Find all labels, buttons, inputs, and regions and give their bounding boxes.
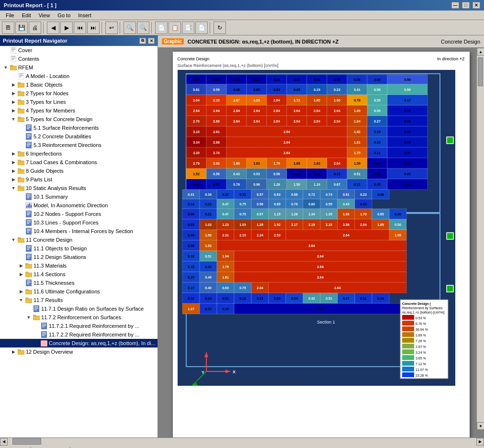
maximize-button[interactable]: □: [462, 2, 470, 9]
sidebar-item-11-3[interactable]: ▶11.3 Materials: [0, 261, 158, 270]
minimize-button[interactable]: —: [451, 2, 459, 9]
sidebar-item-11-7-1[interactable]: 11.7.1 Design Ratio on Surfaces by Surfa…: [0, 304, 158, 313]
sidebar-item-cover[interactable]: Cover: [0, 46, 158, 55]
page-view[interactable]: Concrete Design In direction +Z Surface …: [158, 48, 484, 437]
menu-view[interactable]: View: [35, 11, 54, 19]
tree-label-5-concrete: 5 Types for Concrete Design: [26, 116, 92, 122]
toolbar-save[interactable]: 💾: [15, 22, 28, 34]
sidebar-item-10-static[interactable]: ▼10 Static Analysis Results: [0, 184, 158, 192]
svg-rect-9: [10, 65, 13, 67]
toolbar-new[interactable]: 🖹: [2, 22, 14, 34]
tree-expand-12-design[interactable]: ▶: [10, 347, 17, 356]
menu-edit[interactable]: Edit: [18, 11, 35, 19]
toolbar-next[interactable]: ▶: [60, 22, 73, 34]
vertical-scrollbar[interactable]: ▲ ▼: [476, 48, 484, 430]
tree-expand-11-7[interactable]: ▼: [17, 296, 25, 304]
sidebar-item-11-concrete[interactable]: ▼11 Concrete Design: [0, 235, 158, 244]
tree-expand-5-concrete[interactable]: ▼: [10, 115, 17, 123]
tree-expand-6-imperf[interactable]: ▶: [10, 149, 17, 158]
sidebar-item-6-imperf[interactable]: ▶6 Imperfections: [0, 149, 158, 158]
sidebar-item-5-1[interactable]: 5.1 Surface Reinforcements: [0, 123, 158, 132]
sidebar-item-contents[interactable]: Contents: [0, 55, 158, 63]
sidebar-item-a-model[interactable]: A Model - Location: [0, 72, 158, 80]
sidebar-item-10-model[interactable]: Model, In Axonometric Direction: [0, 201, 158, 210]
svg-text:0.06: 0.06: [188, 244, 194, 247]
hscroll-thumb[interactable]: [12, 438, 41, 445]
hscroll-right-btn[interactable]: ▶: [476, 438, 484, 446]
toolbar-paste[interactable]: 📑: [182, 22, 194, 34]
svg-rect-42: [18, 178, 24, 182]
sidebar-item-11-1[interactable]: 11.1 Objects to Design: [0, 244, 158, 253]
menu-file[interactable]: File: [2, 11, 18, 19]
svg-rect-68: [18, 237, 21, 239]
toolbar-last[interactable]: ⏭: [87, 22, 100, 34]
svg-rect-90: [34, 306, 38, 307]
sidebar-item-11-5[interactable]: 11.5 Thicknesses: [0, 279, 158, 287]
tree-expand-9-parts[interactable]: ▶: [10, 175, 17, 184]
sidebar-item-1-basic[interactable]: ▶1 Basic Objects: [0, 80, 158, 89]
close-button[interactable]: ✕: [473, 2, 480, 9]
tree-icon-11-1: [25, 245, 33, 252]
tree-expand-10-static[interactable]: ▼: [10, 184, 17, 192]
tree-expand-7-load[interactable]: ▶: [10, 158, 17, 167]
scroll-thumb[interactable]: [478, 57, 483, 86]
sidebar-item-10-3[interactable]: 10.3 Lines - Support Forces: [0, 218, 158, 227]
sidebar-item-11-4[interactable]: ▶11.4 Sections: [0, 270, 158, 279]
sidebar-item-10-4[interactable]: 10.4 Members - Internal Forces by Sectio…: [0, 227, 158, 235]
tree-expand-11-concrete[interactable]: ▼: [10, 235, 17, 244]
tree-expand-1-basic[interactable]: ▶: [10, 80, 17, 89]
sidebar-item-5-concrete[interactable]: ▼5 Types for Concrete Design: [0, 115, 158, 123]
tree-expand-3-lines[interactable]: ▶: [10, 98, 17, 106]
sidebar-item-11-7-2-2[interactable]: 11.7.2.2 Required Reinforcement by ...: [0, 330, 158, 339]
toolbar-export[interactable]: 📄: [155, 22, 168, 34]
svg-text:2.58: 2.58: [343, 223, 349, 226]
sidebar-item-7-load[interactable]: ▶7 Load Cases & Combinations: [0, 158, 158, 167]
toolbar-refresh[interactable]: ↻: [214, 22, 226, 34]
tree-icon-11-6: [25, 288, 33, 295]
tree-expand-11-6[interactable]: ▶: [17, 287, 25, 296]
toolbar-prev[interactable]: ◀: [47, 22, 59, 34]
sidebar-item-10-1[interactable]: 10.1 Summary: [0, 192, 158, 201]
svg-text:2.15: 2.15: [239, 234, 246, 237]
sidebar-item-11-7[interactable]: ▼11.7 Results: [0, 296, 158, 304]
sidebar-item-10-2[interactable]: 10.2 Nodes - Support Forces: [0, 210, 158, 218]
hscroll-left-btn[interactable]: ◀: [0, 438, 8, 446]
tree-expand-2-nodes[interactable]: ▶: [10, 89, 17, 98]
menu-insert[interactable]: Insert: [74, 11, 95, 19]
tree-expand-4-members[interactable]: ▶: [10, 106, 17, 115]
sidebar-item-11-7-2[interactable]: ▼11.7.2 Reinforcement on Surfaces: [0, 313, 158, 322]
sidebar-item-rfem[interactable]: ▼RFEM: [0, 63, 158, 72]
toolbar-print[interactable]: 🖨: [29, 22, 41, 34]
tree-expand-8-guide[interactable]: ▶: [10, 167, 17, 175]
scroll-down-btn[interactable]: ▼: [477, 422, 484, 430]
svg-rect-70: [27, 246, 31, 247]
tree-expand-11-7-2[interactable]: ▼: [25, 313, 33, 322]
menu-goto[interactable]: Go to: [54, 11, 74, 19]
toolbar-undo[interactable]: ↩: [105, 22, 118, 34]
toolbar-zoom-in[interactable]: 🔍: [124, 22, 136, 34]
sidebar-item-9-parts[interactable]: ▶9 Parts List: [0, 175, 158, 184]
tree-expand-rfem[interactable]: ▼: [2, 63, 10, 72]
sidebar-item-5-2[interactable]: 5.2 Concrete Durabilities: [0, 132, 158, 141]
sidebar-item-5-3[interactable]: 5.3 Reinforcement Directions: [0, 141, 158, 149]
sidebar-item-11-concrete-design[interactable]: Concrete Design: as,req,1,+z (bottom), I…: [0, 339, 158, 347]
sidebar-item-4-members[interactable]: ▶4 Types for Members: [0, 106, 158, 115]
toolbar-zoom-out[interactable]: 🔍: [137, 22, 149, 34]
toolbar-page[interactable]: 📄: [195, 22, 208, 34]
tree-expand-11-3[interactable]: ▶: [17, 261, 25, 270]
sidebar-close-btn[interactable]: ✕: [148, 38, 155, 44]
sidebar-item-3-lines[interactable]: ▶3 Types for Lines: [0, 98, 158, 106]
svg-text:0.41: 0.41: [354, 88, 360, 91]
sidebar-item-2-nodes[interactable]: ▶2 Types for Nodes: [0, 89, 158, 98]
sidebar-item-11-7-2-1[interactable]: 11.7.2.1 Required Reinforcement by ...: [0, 322, 158, 330]
tree-expand-11-4[interactable]: ▶: [17, 270, 25, 279]
toolbar-first[interactable]: ⏮: [74, 22, 86, 34]
toolbar-copy[interactable]: 📋: [169, 22, 181, 34]
sidebar-item-12-design[interactable]: ▶12 Design Overview: [0, 347, 158, 356]
svg-text:2.70: 2.70: [213, 151, 220, 155]
sidebar-item-11-2[interactable]: 11.2 Design Situations: [0, 253, 158, 261]
scroll-up-btn[interactable]: ▲: [477, 48, 484, 56]
sidebar-item-8-guide[interactable]: ▶8 Guide Objects: [0, 167, 158, 175]
sidebar-float-btn[interactable]: ⧉: [139, 38, 146, 44]
sidebar-item-11-6[interactable]: ▶11.6 Ultimate Configurations: [0, 287, 158, 296]
